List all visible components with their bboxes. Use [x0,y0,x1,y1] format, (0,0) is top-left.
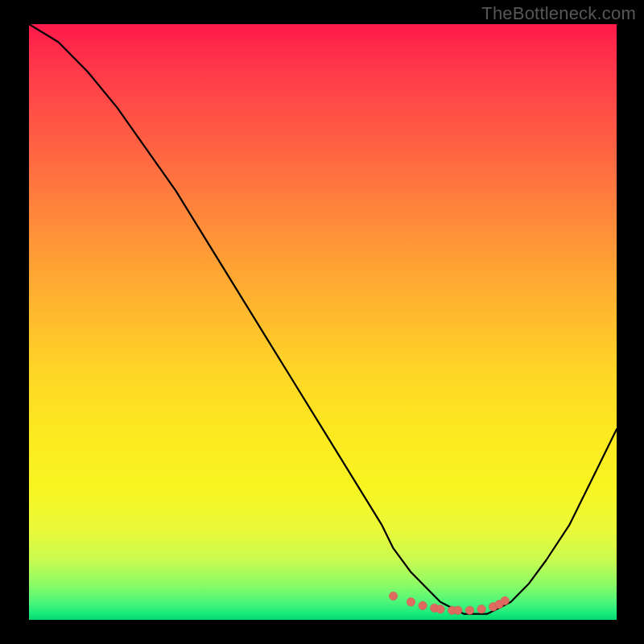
svg-point-11 [501,597,509,605]
watermark-text: TheBottleneck.com [481,3,636,24]
svg-point-2 [419,601,427,609]
svg-point-1 [407,598,415,606]
bottleneck-curve [29,24,617,614]
svg-point-8 [477,605,485,613]
chart-container: TheBottleneck.com [0,0,644,644]
svg-point-0 [389,592,397,600]
svg-point-4 [436,605,444,613]
plot-area [29,24,617,620]
svg-point-7 [465,606,473,614]
chart-svg [29,24,617,620]
svg-point-6 [454,606,462,614]
